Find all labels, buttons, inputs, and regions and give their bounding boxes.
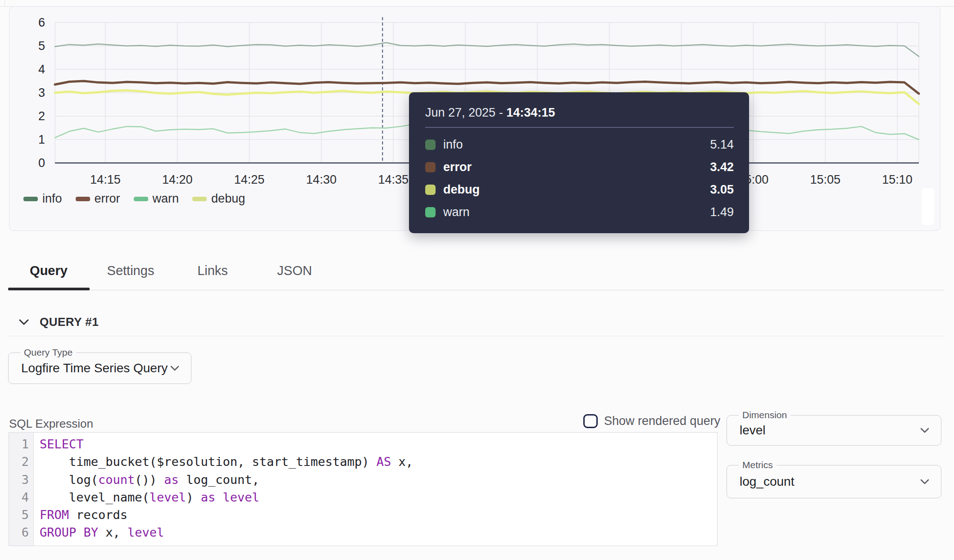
tooltip-swatch-debug: [425, 185, 436, 195]
legend-label: info: [42, 192, 62, 206]
x-tick-label: 15:10: [882, 173, 913, 186]
tooltip-rows: info5.14error3.42debug3.05warn1.49: [425, 133, 734, 223]
tab-json[interactable]: JSON: [254, 263, 336, 278]
line-number: 4: [9, 488, 29, 506]
sql-code-editor[interactable]: 123456 SELECT time_bucket($resolution, s…: [9, 432, 718, 546]
legend-item-info[interactable]: info: [23, 192, 62, 206]
tooltip-series-name: debug: [443, 183, 480, 197]
tooltip-row-info: info5.14: [425, 133, 734, 156]
line-number: 1: [9, 435, 29, 453]
code-line: level_name(level) as level: [40, 488, 413, 506]
line-number: 3: [9, 471, 29, 488]
show-rendered-label: Show rendered query: [604, 414, 720, 428]
active-tab-underline: [8, 288, 90, 290]
query-type-value: Logfire Time Series Query: [21, 361, 168, 375]
dimension-value: level: [740, 423, 766, 438]
tooltip-row-error: error3.42: [425, 156, 734, 178]
y-tick-label: 4: [38, 63, 45, 76]
tab-links[interactable]: Links: [172, 263, 254, 278]
code-line: log(count()) as log_count,: [40, 471, 413, 488]
section-divider: [8, 336, 944, 336]
x-tick-label: 14:30: [306, 173, 337, 186]
tooltip-row-debug: debug3.05: [425, 178, 734, 201]
metrics-select[interactable]: Metrics log_count: [727, 465, 941, 498]
x-tick-label: 14:35: [378, 173, 409, 186]
tooltip-row-warn: warn1.49: [425, 201, 734, 223]
x-tick-label: 15:05: [810, 173, 840, 186]
tab-bar: QuerySettingsLinksJSON: [8, 263, 336, 278]
tooltip-series-name: error: [443, 160, 472, 174]
legend-label: debug: [211, 192, 245, 206]
tooltip-date: Jun 27, 2025 -: [425, 106, 506, 119]
code-line: FROM records: [40, 506, 413, 524]
tooltip-time: 14:34:15: [506, 106, 555, 119]
line-number: 6: [9, 524, 29, 541]
y-tick-label: 6: [38, 16, 45, 29]
tooltip-series-value: 5.14: [710, 138, 734, 152]
x-tick-label: 14:20: [162, 173, 193, 186]
x-tick-label: 14:25: [234, 173, 265, 186]
series-line-info: [55, 43, 919, 57]
sql-code[interactable]: SELECT time_bucket($resolution, start_ti…: [34, 433, 413, 546]
line-number: 5: [9, 506, 29, 524]
code-line: time_bucket($resolution, start_timestamp…: [40, 453, 413, 470]
tooltip-series-value: 3.42: [710, 160, 734, 174]
show-rendered-checkbox[interactable]: [583, 414, 598, 428]
legend-item-debug[interactable]: debug: [192, 192, 245, 206]
tab-settings[interactable]: Settings: [90, 263, 172, 278]
tooltip-swatch-warn: [425, 207, 436, 217]
show-rendered-query-toggle[interactable]: Show rendered query: [583, 414, 720, 428]
tab-bar-divider: [8, 290, 944, 290]
query-type-select[interactable]: Query Type Logfire Time Series Query: [8, 352, 191, 384]
chart-legend: infoerrorwarndebug: [23, 192, 245, 206]
dimension-select[interactable]: Dimension level: [727, 415, 941, 446]
tooltip-swatch-info: [425, 140, 436, 150]
x-tick-label: 14:15: [90, 173, 121, 186]
tooltip-timestamp: Jun 27, 2025 - 14:34:15: [425, 106, 734, 120]
line-number: 2: [9, 453, 29, 470]
y-tick-label: 1: [38, 133, 45, 146]
tab-query[interactable]: Query: [8, 263, 90, 278]
tooltip-divider: [425, 127, 734, 128]
chevron-down-icon: [920, 479, 929, 485]
legend-swatch-info: [23, 197, 38, 201]
metrics-value: log_count: [740, 474, 794, 489]
query-section-header[interactable]: QUERY #1: [19, 315, 99, 329]
tooltip-series-name: warn: [443, 205, 470, 219]
scrollbar-thumb[interactable]: [922, 188, 934, 225]
y-tick-label: 0: [38, 156, 45, 170]
y-tick-label: 2: [38, 109, 45, 123]
legend-swatch-warn: [134, 197, 148, 201]
query-type-label: Query Type: [20, 348, 76, 357]
y-tick-label: 5: [38, 39, 45, 53]
tooltip-series-value: 3.05: [710, 183, 734, 197]
chart-tooltip: Jun 27, 2025 - 14:34:15 info5.14error3.4…: [409, 92, 749, 233]
chevron-down-icon: [920, 428, 929, 434]
tooltip-swatch-error: [425, 162, 436, 172]
legend-label: warn: [153, 192, 179, 206]
code-line: SELECT: [40, 435, 413, 453]
legend-swatch-error: [76, 197, 90, 201]
legend-swatch-debug: [192, 197, 207, 201]
tooltip-series-value: 1.49: [710, 205, 734, 219]
sql-expression-label: SQL Expression: [9, 417, 93, 431]
legend-item-warn[interactable]: warn: [134, 192, 179, 206]
dimension-label: Dimension: [739, 410, 790, 420]
chevron-down-icon[interactable]: [19, 319, 29, 325]
query-section-title: QUERY #1: [40, 315, 99, 329]
chevron-down-icon: [170, 366, 179, 371]
legend-item-error[interactable]: error: [76, 192, 120, 206]
metrics-label: Metrics: [739, 460, 777, 470]
code-line: GROUP BY x, level: [40, 524, 413, 541]
legend-label: error: [95, 192, 120, 206]
line-number-gutter: 123456: [9, 433, 34, 546]
tooltip-series-name: info: [443, 138, 463, 152]
y-tick-label: 3: [38, 86, 45, 99]
